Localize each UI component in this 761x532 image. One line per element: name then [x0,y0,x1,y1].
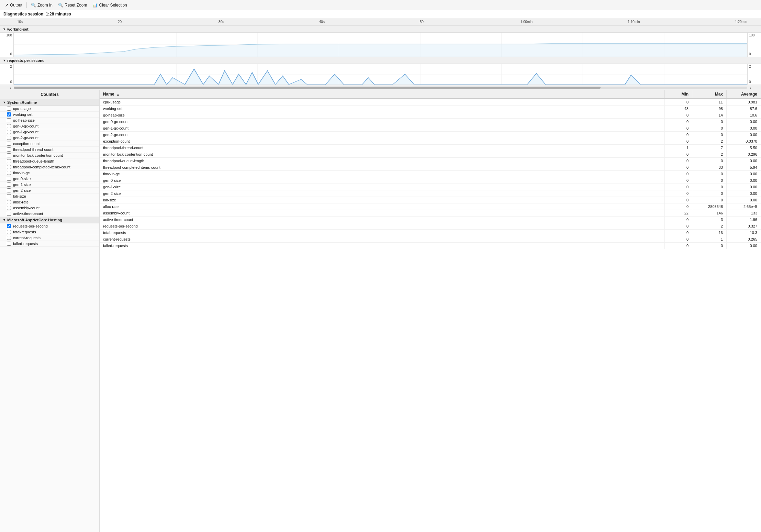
counter-gen-1-size[interactable]: gen-1-size [0,182,99,188]
table-row[interactable]: alloc-rate 0 2803648 2.65e+5 [100,203,761,210]
table-row[interactable]: gen-2-gc-count 0 0 0.00 [100,132,761,138]
counter-gen-2-gc-count[interactable]: gen-2-gc-count [0,135,99,141]
counter-requests-per-second-checkbox[interactable] [7,224,11,228]
counter-threadpool-completed-checkbox[interactable] [7,165,11,169]
table-cell-name: threadpool-thread-count [100,145,665,151]
table-row[interactable]: threadpool-thread-count 1 7 5.50 [100,145,761,151]
counter-working-set[interactable]: working-set [0,112,99,118]
counter-gen-1-size-checkbox[interactable] [7,182,11,187]
counter-gen-1-gc-count-checkbox[interactable] [7,130,11,134]
counter-gen-2-size-checkbox[interactable] [7,188,11,192]
counter-assembly-count-checkbox[interactable] [7,206,11,210]
scroll-left-arrow[interactable]: ‹ [7,85,14,90]
counter-current-requests-checkbox[interactable] [7,236,11,240]
counter-threadpool-completed[interactable]: threadpool-completed-items-count [0,164,99,170]
table-row[interactable]: gc-heap-size 0 14 10.6 [100,112,761,119]
working-set-svg [14,33,747,57]
table-row[interactable]: total-requests 0 16 10.3 [100,230,761,236]
table-row[interactable]: loh-size 0 0 0.00 [100,197,761,203]
col-average-header[interactable]: Average [727,90,761,99]
working-set-chart-section: ▼ working-set 108 0 [0,26,761,57]
col-name-header[interactable]: Name ▲ [100,90,665,99]
table-cell-max: 2 [692,151,727,158]
table-row[interactable]: gen-2-size 0 0 0.00 [100,190,761,197]
counter-threadpool-queue-checkbox[interactable] [7,159,11,163]
counter-failed-requests[interactable]: failed-requests [0,241,99,247]
counter-gc-heap-size[interactable]: gc-heap-size [0,118,99,123]
counter-requests-per-second-label: requests-per-second [13,224,48,228]
counter-monitor-lock-checkbox[interactable] [7,153,11,157]
zoom-in-button[interactable]: 🔍 Zoom In [29,2,55,8]
counter-failed-requests-checkbox[interactable] [7,242,11,246]
scroll-thumb[interactable] [14,87,601,89]
table-row[interactable]: gen-1-size 0 0 0.00 [100,184,761,190]
counter-loh-size-checkbox[interactable] [7,194,11,198]
table-row[interactable]: gen-0-gc-count 0 0 0.00 [100,119,761,125]
counter-gen-0-size-checkbox[interactable] [7,177,11,181]
counter-requests-per-second[interactable]: requests-per-second [0,223,99,229]
counter-current-requests[interactable]: current-requests [0,235,99,241]
data-table-panel: Name ▲ Min Max Average cpu-usage 0 [100,90,761,532]
counter-total-requests-checkbox[interactable] [7,230,11,234]
counter-exception-count[interactable]: exception-count [0,141,99,147]
table-row[interactable]: exception-count 0 2 0.0370 [100,138,761,145]
table-row[interactable]: requests-per-second 0 2 0.327 [100,223,761,230]
toolbar: ↗ Output 🔍 Zoom In 🔍 Reset Zoom 📊 Clear … [0,0,761,10]
output-button[interactable]: ↗ Output [3,2,24,8]
counter-time-in-gc[interactable]: time-in-gc [0,170,99,176]
table-row[interactable]: gen-1-gc-count 0 0 0.00 [100,125,761,132]
col-max-header[interactable]: Max [692,90,727,99]
table-cell-max: 11 [692,99,727,106]
counter-group-system-runtime[interactable]: ▼ System.Runtime [0,99,99,106]
table-row[interactable]: current-requests 0 1 0.265 [100,236,761,243]
table-row[interactable]: assembly-count 22 146 133 [100,210,761,217]
table-row[interactable]: active-timer-count 0 3 1.96 [100,217,761,223]
counter-exception-count-checkbox[interactable] [7,142,11,146]
counter-time-in-gc-checkbox[interactable] [7,171,11,175]
counter-active-timer-count-checkbox[interactable] [7,212,11,216]
table-cell-max: 2 [692,138,727,145]
table-row[interactable]: failed-requests 0 0 0.00 [100,243,761,249]
counter-gen-0-size[interactable]: gen-0-size [0,176,99,182]
counter-threadpool-queue[interactable]: threadpool-queue-length [0,158,99,164]
counter-monitor-lock[interactable]: monitor-lock-contention-count [0,153,99,158]
chart-scrollbar[interactable]: ‹ › [0,85,761,90]
table-row[interactable]: time-in-gc 0 0 0.00 [100,171,761,177]
counter-group-aspnet[interactable]: ▼ Microsoft.AspNetCore.Hosting [0,217,99,223]
table-row[interactable]: working-set 43 98 87.6 [100,106,761,112]
tick-40s: 40s [319,20,325,24]
counter-alloc-rate-checkbox[interactable] [7,200,11,204]
counter-gen-2-gc-count-checkbox[interactable] [7,136,11,140]
counter-time-in-gc-label: time-in-gc [13,171,30,175]
reset-zoom-button[interactable]: 🔍 Reset Zoom [56,2,89,8]
counter-assembly-count[interactable]: assembly-count [0,205,99,211]
working-set-collapse-icon[interactable]: ▼ [3,27,6,31]
table-row[interactable]: cpu-usage 0 11 0.981 [100,99,761,106]
counter-threadpool-thread-count-checkbox[interactable] [7,147,11,152]
data-table-body: cpu-usage 0 11 0.981 working-set 43 98 8… [100,99,761,249]
counter-loh-size[interactable]: loh-size [0,193,99,199]
counter-gen-1-gc-count[interactable]: gen-1-gc-count [0,129,99,135]
scroll-right-arrow[interactable]: › [747,85,754,90]
counter-alloc-rate[interactable]: alloc-rate [0,199,99,205]
requests-y-left: 2 0 [0,64,14,85]
requests-collapse-icon[interactable]: ▼ [3,59,6,62]
zoom-in-label: Zoom In [37,3,53,8]
counter-total-requests[interactable]: total-requests [0,229,99,235]
col-min-header[interactable]: Min [665,90,692,99]
counter-working-set-checkbox[interactable] [7,112,11,117]
counter-gen-2-size[interactable]: gen-2-size [0,188,99,193]
counter-cpu-usage-checkbox[interactable] [7,107,11,111]
table-row[interactable]: threadpool-completed-items-count 0 33 5.… [100,164,761,171]
reset-zoom-icon: 🔍 [58,3,63,8]
counter-cpu-usage[interactable]: cpu-usage [0,106,99,112]
counter-threadpool-thread-count[interactable]: threadpool-thread-count [0,147,99,153]
counter-active-timer-count[interactable]: active-timer-count [0,211,99,217]
clear-selection-button[interactable]: 📊 Clear Selection [90,2,129,8]
table-row[interactable]: threadpool-queue-length 0 0 0.00 [100,158,761,164]
table-row[interactable]: monitor-lock-contention-count 0 2 0.296 [100,151,761,158]
counter-gen-0-gc-count-checkbox[interactable] [7,124,11,128]
counter-gc-heap-size-checkbox[interactable] [7,118,11,122]
table-row[interactable]: gen-0-size 0 0 0.00 [100,177,761,184]
counter-gen-0-gc-count[interactable]: gen-0-gc-count [0,123,99,129]
